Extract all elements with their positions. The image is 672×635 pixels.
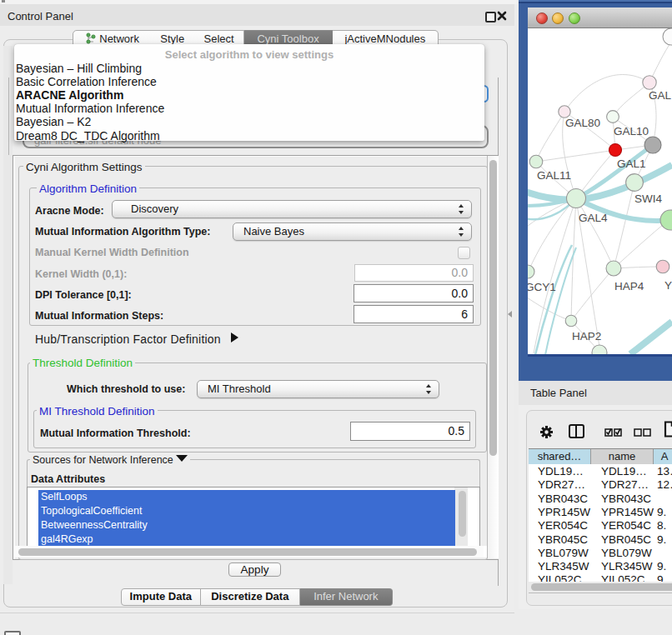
svg-text:GCY1: GCY1 xyxy=(528,281,556,293)
svg-text:GAL: GAL xyxy=(649,89,672,102)
svg-text:GAL4: GAL4 xyxy=(579,212,608,224)
svg-text:GAL1: GAL1 xyxy=(617,158,646,170)
svg-text:GAL11: GAL11 xyxy=(537,169,571,182)
svg-text:GAL10: GAL10 xyxy=(614,125,649,138)
svg-text:SWI4: SWI4 xyxy=(634,192,662,205)
svg-text:GAL80: GAL80 xyxy=(565,117,600,129)
svg-text:Y: Y xyxy=(664,279,672,292)
svg-text:HAP2: HAP2 xyxy=(572,330,601,342)
svg-text:HAP4: HAP4 xyxy=(614,280,644,292)
